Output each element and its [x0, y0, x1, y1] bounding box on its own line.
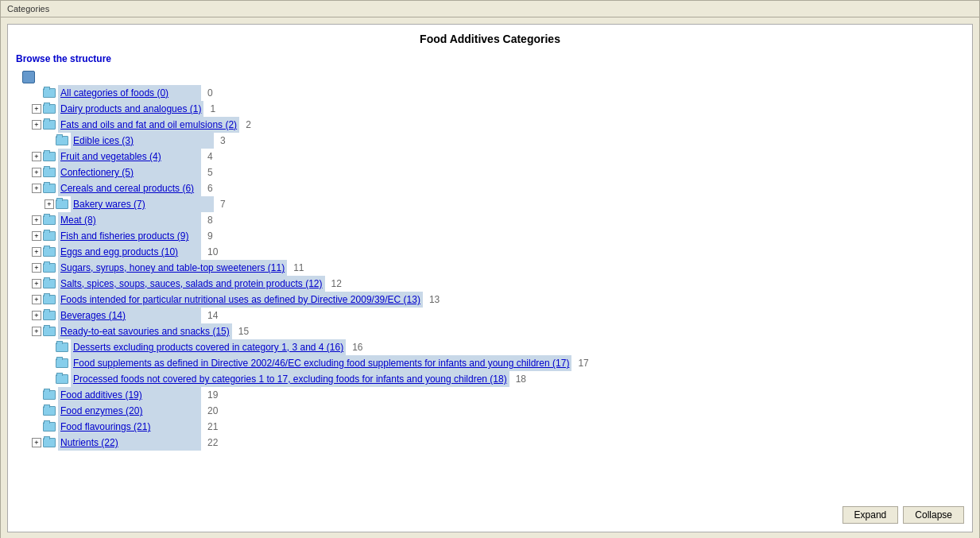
expand-button[interactable]: + — [32, 295, 41, 304]
tree-container: All categories of foods (0) 0 + Dairy pr… — [16, 69, 964, 451]
category-link[interactable]: Sugars, syrups, honey and table-top swee… — [58, 260, 287, 276]
expand-button[interactable]: + — [45, 199, 54, 209]
list-item: + Confectionery (5) 5 — [32, 164, 964, 180]
folder-icon — [43, 295, 56, 304]
tree-root-item — [19, 69, 964, 85]
collapse-button[interactable]: Collapse — [903, 506, 964, 524]
category-link[interactable]: Foods intended for particular nutritiona… — [58, 292, 423, 308]
folder-icon — [43, 422, 56, 432]
folder-icon — [56, 358, 68, 368]
footer-buttons: Expand Collapse — [842, 506, 964, 524]
expand-button[interactable]: + — [32, 168, 41, 177]
folder-icon — [43, 104, 56, 114]
category-link[interactable]: Salts, spices, soups, sauces, salads and… — [58, 276, 325, 292]
category-link[interactable]: Dairy products and analogues (1) — [58, 101, 203, 117]
expand-button[interactable]: + — [32, 263, 41, 273]
category-link[interactable]: Nutrients (22) — [58, 435, 201, 451]
category-number: 9 — [207, 228, 223, 244]
category-link[interactable]: Food enzymes (20) — [58, 403, 201, 419]
category-number: 1 — [210, 101, 226, 117]
category-number: 5 — [207, 164, 223, 180]
category-link[interactable]: Food supplements as defined in Directive… — [71, 355, 571, 371]
category-link[interactable]: Edible ices (3) — [71, 133, 214, 149]
category-number: 10 — [207, 244, 223, 260]
folder-icon — [43, 247, 56, 257]
list-item: + Salts, spices, soups, sauces, salads a… — [32, 276, 964, 292]
expand-button[interactable]: + — [32, 120, 41, 130]
list-item: All categories of foods (0) 0 — [32, 85, 964, 101]
folder-icon — [43, 390, 56, 400]
tree-root: All categories of foods (0) 0 + Dairy pr… — [19, 69, 964, 451]
list-item: + Nutrients (22) 22 — [32, 435, 964, 451]
expand-button[interactable]: + — [32, 327, 41, 336]
folder-icon — [43, 184, 56, 193]
category-number: 3 — [220, 133, 236, 149]
folder-icon — [43, 215, 56, 225]
list-item: + Beverages (14) 14 — [32, 308, 964, 323]
list-item: + Fruit and vegetables (4) 4 — [32, 149, 964, 164]
list-item: + Fish and fisheries products (9) 9 — [32, 228, 964, 244]
folder-icon — [43, 231, 56, 241]
category-link[interactable]: Food additives (19) — [58, 387, 201, 403]
category-number: 16 — [352, 339, 368, 355]
expand-button[interactable]: + — [32, 215, 41, 225]
category-link[interactable]: Cereals and cereal products (6) — [58, 180, 201, 196]
category-number: 19 — [207, 387, 223, 403]
category-number: 21 — [207, 419, 223, 435]
list-item: Edible ices (3) 3 — [45, 133, 964, 149]
folder-icon — [43, 406, 56, 416]
category-number: 11 — [293, 260, 309, 276]
folder-icon — [43, 279, 56, 288]
expand-button[interactable]: + — [32, 438, 41, 447]
folder-icon — [56, 343, 68, 352]
expand-button[interactable]: + — [32, 231, 41, 241]
category-link[interactable]: All categories of foods (0) — [58, 85, 201, 101]
expand-button[interactable]: + — [32, 279, 41, 288]
main-window: Categories Food Additives Categories Bro… — [0, 0, 980, 538]
list-item: Food enzymes (20) 20 — [32, 403, 964, 419]
category-number: 18 — [516, 371, 532, 387]
category-link[interactable]: Processed foods not covered by categorie… — [71, 371, 509, 387]
category-link[interactable]: Fish and fisheries products (9) — [58, 228, 201, 244]
folder-icon — [56, 136, 68, 145]
expand-button[interactable]: Expand — [842, 506, 899, 524]
expand-button[interactable]: + — [32, 104, 41, 114]
list-item: + Foods intended for particular nutritio… — [32, 292, 964, 308]
category-link[interactable]: Fruit and vegetables (4) — [58, 149, 201, 164]
category-number: 8 — [207, 212, 223, 228]
category-number: 6 — [207, 180, 223, 196]
expand-button[interactable]: + — [32, 311, 41, 320]
category-link[interactable]: Fats and oils and fat and oil emulsions … — [58, 117, 239, 133]
expand-button[interactable]: + — [32, 152, 41, 161]
category-link[interactable]: Food flavourings (21) — [58, 419, 201, 435]
browse-header: Browse the structure — [16, 53, 964, 64]
category-number: 22 — [207, 435, 223, 451]
expand-button[interactable]: + — [32, 247, 41, 257]
main-content: Food Additives Categories Browse the str… — [7, 24, 973, 532]
list-item: + Sugars, syrups, honey and table-top sw… — [32, 260, 964, 276]
category-link[interactable]: Confectionery (5) — [58, 164, 201, 180]
category-number: 0 — [207, 85, 223, 101]
folder-icon — [43, 120, 56, 130]
list-item: + Dairy products and analogues (1) 1 — [32, 101, 964, 117]
expand-button[interactable]: + — [32, 184, 41, 193]
page-title: Food Additives Categories — [16, 33, 964, 45]
category-link[interactable]: Bakery wares (7) — [71, 196, 214, 212]
category-link[interactable]: Beverages (14) — [58, 308, 201, 323]
folder-icon — [43, 263, 56, 273]
list-item: + Ready-to-eat savouries and snacks (15)… — [32, 323, 964, 339]
category-link[interactable]: Ready-to-eat savouries and snacks (15) — [58, 323, 232, 339]
folder-icon — [56, 374, 68, 384]
folder-icon — [43, 311, 56, 320]
folder-icon — [43, 327, 56, 336]
list-item: Desserts excluding products covered in c… — [45, 339, 964, 355]
category-number: 14 — [207, 308, 223, 323]
category-link[interactable]: Meat (8) — [58, 212, 201, 228]
category-link[interactable]: Eggs and egg products (10) — [58, 244, 201, 260]
list-item: + Fats and oils and fat and oil emulsion… — [32, 117, 964, 133]
list-item: + Bakery wares (7) 7 — [45, 196, 964, 212]
list-item: + Eggs and egg products (10) 10 — [32, 244, 964, 260]
category-link[interactable]: Desserts excluding products covered in c… — [71, 339, 346, 355]
category-number: 15 — [238, 323, 254, 339]
list-item: + Meat (8) 8 — [32, 212, 964, 228]
